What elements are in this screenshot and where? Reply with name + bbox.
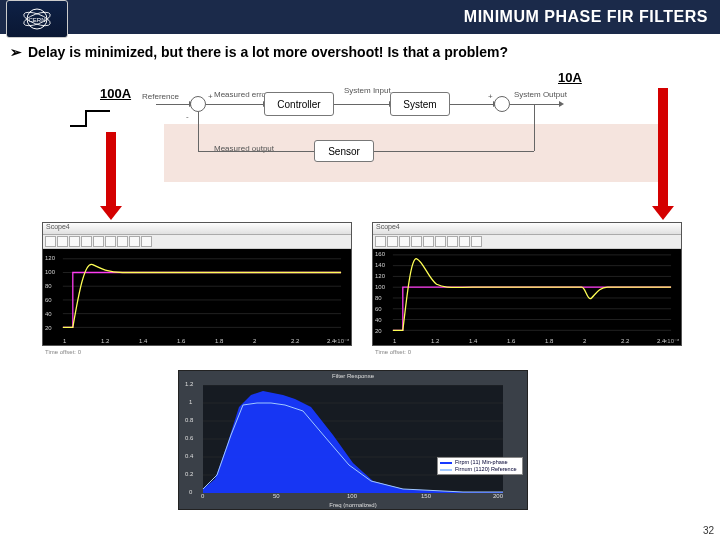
- spectrum-title: Filter Response: [179, 373, 527, 379]
- scope-left: Scope4 120 100 80 60 40 20 1: [42, 222, 352, 346]
- red-arrow-right: [658, 88, 668, 208]
- scope-right-title: Scope4: [373, 223, 681, 235]
- block-diagram: Reference + - Measured error Controller …: [164, 82, 664, 182]
- red-arrow-left: [106, 132, 116, 208]
- node-sensor: Sensor: [314, 140, 374, 162]
- page-number: 32: [703, 525, 714, 536]
- lbl-sysout: System Output: [514, 90, 564, 99]
- sum-node-2: [494, 96, 510, 112]
- lbl-reference: Reference: [142, 92, 179, 101]
- scope-left-title: Scope4: [43, 223, 351, 235]
- spectrum-plot: Filter Response 1.2 1 0.8: [178, 370, 528, 510]
- scope-left-plot: 120 100 80 60 40 20 1 1.2 1.4 1.6 1.8 2 …: [43, 249, 351, 345]
- spectrum-xlabel: Freq (normalized): [179, 502, 527, 508]
- bullet-glyph: ➢: [10, 44, 22, 60]
- scope-right: Scope4 160 140 120 100 80 60: [372, 222, 682, 346]
- svg-text:CERN: CERN: [28, 17, 45, 23]
- spectrum-legend: Firpm (11) Min-phase Firnum (1120) Refer…: [437, 457, 523, 475]
- sum-node-1: [190, 96, 206, 112]
- scope-right-toolbar: [373, 235, 681, 249]
- cern-logo: CERN: [6, 0, 68, 38]
- slide-title: MINIMUM PHASE FIR FILTERS: [464, 8, 708, 26]
- slide: CERN MINIMUM PHASE FIR FILTERS ➢ Delay i…: [0, 0, 720, 540]
- scope-left-toolbar: [43, 235, 351, 249]
- cern-logo-icon: CERN: [15, 4, 59, 34]
- step-input-icon: [70, 108, 110, 130]
- ann-100a: 100A: [100, 86, 131, 101]
- bullet-row: ➢ Delay is minimized, but there is a lot…: [0, 34, 720, 60]
- scope-right-plot: 160 140 120 100 80 60 40 20 1 1.2 1.4 1.…: [373, 249, 681, 345]
- node-controller: Controller: [264, 92, 334, 116]
- bullet-text: Delay is minimized, but there is a lot m…: [28, 44, 508, 60]
- node-system: System: [390, 92, 450, 116]
- lbl-error: Measured error: [214, 90, 269, 99]
- title-bar: MINIMUM PHASE FIR FILTERS: [0, 0, 720, 34]
- lbl-sysin: System Input: [344, 86, 384, 95]
